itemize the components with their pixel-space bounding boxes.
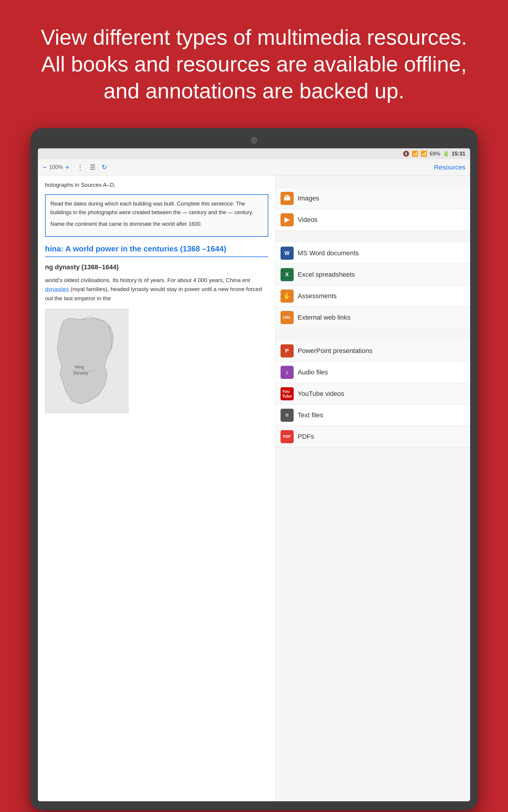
images-label: Images (298, 194, 319, 202)
battery-icon: 🔋 (443, 150, 449, 157)
resource-item-videos[interactable]: ▶ Videos (276, 209, 470, 231)
hero-title: View different types of multimedia resou… (30, 24, 478, 104)
resource-item-images[interactable]: 🏔 Images (276, 188, 470, 209)
time-display: 15:31 (452, 151, 465, 157)
resource-item-word[interactable]: W MS Word documents (276, 242, 470, 264)
resources-panel: 🏔 Images ▶ Videos (276, 176, 470, 801)
tablet-screen: 🔇 📶 📶 69% 🔋 15:31 − 100% + ⋮ ☰ ↻ Resourc… (38, 148, 470, 801)
url-icon: URL (281, 311, 294, 324)
more-icon[interactable]: ⋮ (77, 163, 84, 172)
panel-title: Resources (434, 163, 465, 171)
excel-icon: X (281, 268, 294, 281)
assessments-label: Assessments (298, 292, 337, 300)
zoom-in-icon[interactable]: + (65, 163, 70, 172)
resource-item-text[interactable]: ≡ Text files (276, 404, 470, 426)
mute-icon: 🔇 (403, 150, 409, 157)
youtube-label: YouTube videos (298, 390, 344, 398)
main-content: hotographs in Sources A–D. Read the date… (38, 176, 470, 801)
zoom-controls[interactable]: − 100% + (43, 163, 70, 172)
word-icon: W (281, 247, 294, 260)
text-label: Text files (298, 411, 324, 419)
zoom-out-icon[interactable]: − (43, 163, 47, 172)
signal-icon: 📶 (421, 150, 427, 157)
url-label: External web links (298, 314, 350, 321)
book-panel: hotographs in Sources A–D. Read the date… (38, 176, 276, 801)
resource-item-excel[interactable]: X Excel spreadsheets (276, 264, 470, 285)
divider (45, 256, 268, 257)
battery-text: 69% (430, 151, 440, 157)
app-toolbar: − 100% + ⋮ ☰ ↻ Resources (38, 159, 470, 176)
resource-item-pdf[interactable]: PDF PDFs (276, 426, 470, 447)
tablet-camera (251, 137, 257, 144)
resource-item-powerpoint[interactable]: P PowerPoint presentations (276, 340, 470, 362)
activity1-text: Read the dates during which each buildin… (50, 200, 263, 217)
chapter-title: hina: A world power in the centuries (13… (45, 244, 268, 254)
powerpoint-label: PowerPoint presentations (298, 347, 373, 355)
resource-item-youtube[interactable]: YouTube YouTube videos (276, 383, 470, 404)
dynasties-link[interactable]: dynasties (45, 286, 69, 292)
activity2-text: Name the continent that came to dominate… (50, 220, 263, 229)
intro-text: hotographs in Sources A–D. (45, 181, 268, 189)
mid-spacer2 (276, 328, 470, 340)
menu-icon[interactable]: ☰ (90, 163, 96, 171)
resource-item-audio[interactable]: ♪ Audio files (276, 362, 470, 383)
tablet-outer: 🔇 📶 📶 69% 🔋 15:31 − 100% + ⋮ ☰ ↻ Resourc… (31, 128, 477, 810)
powerpoint-icon: P (281, 344, 294, 357)
audio-icon: ♪ (281, 366, 294, 379)
paragraph1: world's oldest civilisations. Its histor… (45, 276, 268, 303)
wifi-icon: 📶 (412, 150, 418, 157)
videos-icon: ▶ (281, 213, 294, 226)
resource-item-url[interactable]: URL External web links (276, 307, 470, 328)
videos-label: Videos (298, 216, 318, 224)
word-label: MS Word documents (298, 249, 359, 257)
svg-text:Dynasty: Dynasty (73, 371, 88, 375)
audio-label: Audio files (298, 369, 328, 376)
book-text: hotographs in Sources A–D. Read the date… (45, 181, 268, 413)
map-image: Ming Dynasty (45, 309, 128, 413)
zoom-level: 100% (49, 164, 63, 171)
top-spacer (276, 176, 470, 188)
images-icon: 🏔 (281, 192, 294, 205)
section-title: ng dynasty (1368–1644) (45, 262, 268, 272)
mid-spacer1 (276, 231, 470, 242)
resource-item-assessments[interactable]: ✋ Assessments (276, 285, 470, 307)
youtube-icon: YouTube (281, 387, 294, 400)
hero-section: View different types of multimedia resou… (0, 0, 508, 122)
excel-label: Excel spreadsheets (298, 271, 355, 279)
assessments-icon: ✋ (281, 290, 294, 303)
activity-box: Read the dates during which each buildin… (45, 194, 268, 237)
text-icon: ≡ (281, 409, 294, 422)
pdf-label: PDFs (298, 433, 314, 440)
svg-text:Ming: Ming (75, 365, 84, 369)
pdf-icon: PDF (281, 430, 294, 443)
device-frame: 🔇 📶 📶 69% 🔋 15:31 − 100% + ⋮ ☰ ↻ Resourc… (0, 122, 508, 812)
status-bar: 🔇 📶 📶 69% 🔋 15:31 (38, 148, 470, 159)
refresh-icon[interactable]: ↻ (102, 163, 107, 171)
